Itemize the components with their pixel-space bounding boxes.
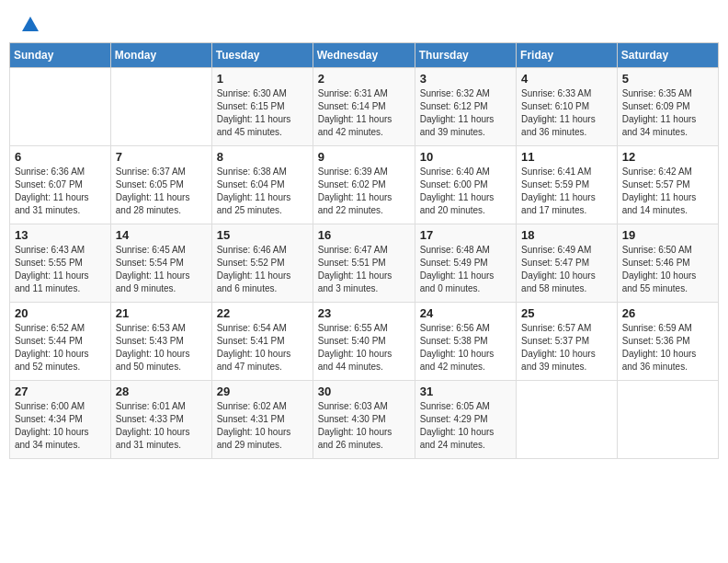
day-number: 14 <box>116 228 207 242</box>
calendar-cell: 25Sunrise: 6:57 AM Sunset: 5:37 PM Dayli… <box>517 303 618 381</box>
calendar-header-row: SundayMondayTuesdayWednesdayThursdayFrid… <box>10 43 719 68</box>
day-number: 26 <box>622 306 713 320</box>
day-number: 15 <box>217 228 308 242</box>
calendar-cell: 23Sunrise: 6:55 AM Sunset: 5:40 PM Dayli… <box>313 303 415 381</box>
page-header <box>9 9 719 35</box>
day-number: 29 <box>217 385 308 398</box>
calendar-cell: 31Sunrise: 6:05 AM Sunset: 4:29 PM Dayli… <box>415 381 516 459</box>
day-number: 18 <box>521 228 612 242</box>
day-info: Sunrise: 6:40 AM Sunset: 6:00 PM Dayligh… <box>420 166 511 217</box>
calendar-table: SundayMondayTuesdayWednesdayThursdayFrid… <box>9 42 719 459</box>
svg-marker-0 <box>22 17 39 31</box>
calendar-cell: 18Sunrise: 6:49 AM Sunset: 5:47 PM Dayli… <box>517 224 618 303</box>
day-number: 17 <box>420 228 511 242</box>
day-info: Sunrise: 6:36 AM Sunset: 6:07 PM Dayligh… <box>15 166 106 217</box>
calendar-cell: 7Sunrise: 6:37 AM Sunset: 6:05 PM Daylig… <box>110 146 211 224</box>
day-number: 25 <box>521 306 612 320</box>
day-number: 4 <box>521 72 612 86</box>
day-number: 22 <box>217 306 308 320</box>
calendar-cell <box>617 381 718 459</box>
day-info: Sunrise: 6:00 AM Sunset: 4:34 PM Dayligh… <box>15 400 106 452</box>
day-number: 6 <box>15 150 106 164</box>
day-of-week-header: Sunday <box>10 43 111 68</box>
calendar-cell: 3Sunrise: 6:32 AM Sunset: 6:12 PM Daylig… <box>415 68 516 146</box>
logo <box>18 15 40 35</box>
day-info: Sunrise: 6:05 AM Sunset: 4:29 PM Dayligh… <box>420 400 511 452</box>
day-of-week-header: Thursday <box>415 43 516 68</box>
calendar-cell: 30Sunrise: 6:03 AM Sunset: 4:30 PM Dayli… <box>313 381 415 459</box>
day-number: 20 <box>15 306 106 320</box>
day-info: Sunrise: 6:41 AM Sunset: 5:59 PM Dayligh… <box>521 166 612 217</box>
day-info: Sunrise: 6:01 AM Sunset: 4:33 PM Dayligh… <box>116 400 207 452</box>
day-of-week-header: Friday <box>517 43 618 68</box>
day-info: Sunrise: 6:38 AM Sunset: 6:04 PM Dayligh… <box>217 166 308 217</box>
day-number: 27 <box>15 385 106 398</box>
calendar-cell: 6Sunrise: 6:36 AM Sunset: 6:07 PM Daylig… <box>10 146 111 224</box>
calendar-cell: 4Sunrise: 6:33 AM Sunset: 6:10 PM Daylig… <box>517 68 618 146</box>
calendar-cell: 20Sunrise: 6:52 AM Sunset: 5:44 PM Dayli… <box>10 303 111 381</box>
day-info: Sunrise: 6:45 AM Sunset: 5:54 PM Dayligh… <box>116 244 207 295</box>
calendar-cell: 10Sunrise: 6:40 AM Sunset: 6:00 PM Dayli… <box>415 146 516 224</box>
day-number: 13 <box>15 228 106 242</box>
calendar-week-row: 13Sunrise: 6:43 AM Sunset: 5:55 PM Dayli… <box>10 224 719 303</box>
calendar-week-row: 1Sunrise: 6:30 AM Sunset: 6:15 PM Daylig… <box>10 68 719 146</box>
day-info: Sunrise: 6:48 AM Sunset: 5:49 PM Dayligh… <box>420 244 511 295</box>
calendar-cell: 9Sunrise: 6:39 AM Sunset: 6:02 PM Daylig… <box>313 146 415 224</box>
day-number: 24 <box>420 306 511 320</box>
day-info: Sunrise: 6:53 AM Sunset: 5:43 PM Dayligh… <box>116 322 207 373</box>
day-info: Sunrise: 6:54 AM Sunset: 5:41 PM Dayligh… <box>217 322 308 373</box>
day-number: 7 <box>116 150 207 164</box>
day-number: 21 <box>116 306 207 320</box>
day-number: 3 <box>420 72 511 86</box>
day-info: Sunrise: 6:31 AM Sunset: 6:14 PM Dayligh… <box>318 87 410 139</box>
day-number: 12 <box>622 150 713 164</box>
day-info: Sunrise: 6:43 AM Sunset: 5:55 PM Dayligh… <box>15 244 106 295</box>
logo-icon <box>20 15 40 35</box>
day-number: 16 <box>318 228 410 242</box>
day-number: 19 <box>622 228 713 242</box>
calendar-week-row: 27Sunrise: 6:00 AM Sunset: 4:34 PM Dayli… <box>10 381 719 459</box>
day-number: 1 <box>217 72 308 86</box>
day-number: 5 <box>622 72 713 86</box>
day-number: 11 <box>521 150 612 164</box>
day-info: Sunrise: 6:52 AM Sunset: 5:44 PM Dayligh… <box>15 322 106 373</box>
day-number: 8 <box>217 150 308 164</box>
day-info: Sunrise: 6:59 AM Sunset: 5:36 PM Dayligh… <box>622 322 713 373</box>
calendar-cell: 26Sunrise: 6:59 AM Sunset: 5:36 PM Dayli… <box>617 303 718 381</box>
calendar-cell <box>517 381 618 459</box>
day-info: Sunrise: 6:57 AM Sunset: 5:37 PM Dayligh… <box>521 322 612 373</box>
calendar-cell: 11Sunrise: 6:41 AM Sunset: 5:59 PM Dayli… <box>517 146 618 224</box>
day-info: Sunrise: 6:46 AM Sunset: 5:52 PM Dayligh… <box>217 244 308 295</box>
calendar-week-row: 20Sunrise: 6:52 AM Sunset: 5:44 PM Dayli… <box>10 303 719 381</box>
calendar-cell: 21Sunrise: 6:53 AM Sunset: 5:43 PM Dayli… <box>110 303 211 381</box>
day-info: Sunrise: 6:56 AM Sunset: 5:38 PM Dayligh… <box>420 322 511 373</box>
day-of-week-header: Saturday <box>617 43 718 68</box>
day-info: Sunrise: 6:42 AM Sunset: 5:57 PM Dayligh… <box>622 166 713 217</box>
calendar-cell: 12Sunrise: 6:42 AM Sunset: 5:57 PM Dayli… <box>617 146 718 224</box>
calendar-cell: 17Sunrise: 6:48 AM Sunset: 5:49 PM Dayli… <box>415 224 516 303</box>
day-info: Sunrise: 6:55 AM Sunset: 5:40 PM Dayligh… <box>318 322 410 373</box>
day-info: Sunrise: 6:03 AM Sunset: 4:30 PM Dayligh… <box>318 400 410 452</box>
calendar-cell: 22Sunrise: 6:54 AM Sunset: 5:41 PM Dayli… <box>211 303 313 381</box>
day-number: 9 <box>318 150 410 164</box>
day-info: Sunrise: 6:37 AM Sunset: 6:05 PM Dayligh… <box>116 166 207 217</box>
day-info: Sunrise: 6:30 AM Sunset: 6:15 PM Dayligh… <box>217 87 308 139</box>
calendar-cell: 13Sunrise: 6:43 AM Sunset: 5:55 PM Dayli… <box>10 224 111 303</box>
calendar-cell: 1Sunrise: 6:30 AM Sunset: 6:15 PM Daylig… <box>211 68 313 146</box>
calendar-cell: 16Sunrise: 6:47 AM Sunset: 5:51 PM Dayli… <box>313 224 415 303</box>
day-of-week-header: Wednesday <box>313 43 415 68</box>
calendar-cell: 5Sunrise: 6:35 AM Sunset: 6:09 PM Daylig… <box>617 68 718 146</box>
calendar-cell: 8Sunrise: 6:38 AM Sunset: 6:04 PM Daylig… <box>211 146 313 224</box>
calendar-cell: 15Sunrise: 6:46 AM Sunset: 5:52 PM Dayli… <box>211 224 313 303</box>
calendar-week-row: 6Sunrise: 6:36 AM Sunset: 6:07 PM Daylig… <box>10 146 719 224</box>
day-info: Sunrise: 6:50 AM Sunset: 5:46 PM Dayligh… <box>622 244 713 295</box>
calendar-cell: 19Sunrise: 6:50 AM Sunset: 5:46 PM Dayli… <box>617 224 718 303</box>
calendar-cell: 14Sunrise: 6:45 AM Sunset: 5:54 PM Dayli… <box>110 224 211 303</box>
calendar-cell: 29Sunrise: 6:02 AM Sunset: 4:31 PM Dayli… <box>211 381 313 459</box>
day-number: 23 <box>318 306 410 320</box>
day-info: Sunrise: 6:47 AM Sunset: 5:51 PM Dayligh… <box>318 244 410 295</box>
calendar-cell: 27Sunrise: 6:00 AM Sunset: 4:34 PM Dayli… <box>10 381 111 459</box>
day-info: Sunrise: 6:35 AM Sunset: 6:09 PM Dayligh… <box>622 87 713 139</box>
day-of-week-header: Monday <box>110 43 211 68</box>
calendar-cell <box>110 68 211 146</box>
